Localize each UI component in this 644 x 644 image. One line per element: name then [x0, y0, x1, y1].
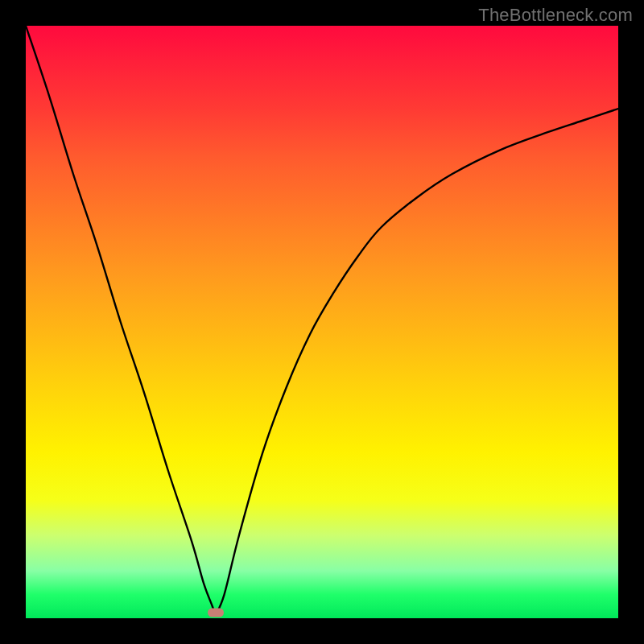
chart-frame: TheBottleneck.com [0, 0, 644, 644]
optimum-marker [208, 608, 224, 617]
plot-area [26, 26, 618, 618]
right-branch-path [216, 109, 618, 615]
watermark-text: TheBottleneck.com [478, 5, 633, 26]
bottleneck-curve [26, 26, 618, 618]
left-branch-path [26, 26, 216, 615]
